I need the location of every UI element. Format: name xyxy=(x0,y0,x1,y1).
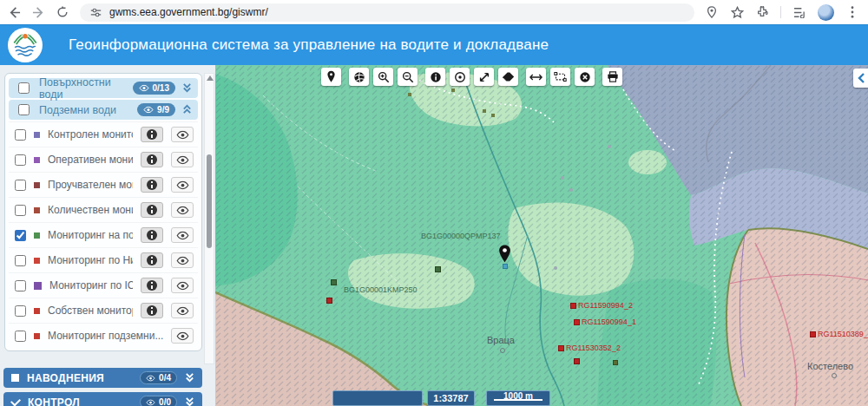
place-marker-button[interactable] xyxy=(321,68,341,86)
info-icon xyxy=(147,205,157,215)
map-label-station: RG11530352_2 xyxy=(558,344,621,352)
visibility-button[interactable] xyxy=(171,152,194,167)
layer-checkbox[interactable] xyxy=(15,180,26,191)
site-info-icon[interactable] xyxy=(89,5,102,19)
layer-symbol xyxy=(34,333,40,339)
layer-symbol xyxy=(34,132,40,138)
station-marker xyxy=(570,303,576,309)
url-bar[interactable]: gwms.eea.government.bg/giswmr/ xyxy=(80,3,694,22)
visibility-button[interactable] xyxy=(171,227,194,243)
map-point xyxy=(561,176,564,180)
layer-checkbox[interactable] xyxy=(15,205,26,216)
layer-checkbox[interactable] xyxy=(15,129,26,141)
visibility-button[interactable] xyxy=(171,303,194,318)
visibility-button[interactable] xyxy=(171,127,194,142)
clear-graphics-button[interactable] xyxy=(575,68,595,86)
group-groundwaters[interactable]: Подземни води 9/9 xyxy=(9,100,198,120)
check-icon[interactable] xyxy=(10,396,21,406)
profile-avatar[interactable] xyxy=(818,4,834,21)
collapse-panel-button[interactable] xyxy=(853,69,868,88)
group-label: Повърхностни води xyxy=(39,76,126,101)
info-button[interactable] xyxy=(141,177,163,193)
expand-extent-button[interactable] xyxy=(474,68,494,86)
eraser-button[interactable] xyxy=(498,68,518,86)
layer-row: Мониторинг по ICPDR xyxy=(9,272,198,298)
layer-checkbox[interactable] xyxy=(15,280,26,291)
info-button[interactable] xyxy=(141,252,163,268)
info-button[interactable] xyxy=(141,202,163,218)
visibility-button[interactable] xyxy=(171,177,194,193)
select-extent-button[interactable] xyxy=(550,68,570,86)
back-icon[interactable] xyxy=(7,5,21,19)
section-control[interactable]: КОНТРОЛ 0/0 xyxy=(3,392,202,406)
map-label-station: RG11510389_1 xyxy=(810,330,868,338)
layer-checkbox[interactable] xyxy=(15,230,26,241)
map-point xyxy=(435,266,441,272)
visibility-button[interactable] xyxy=(171,328,194,344)
group-checkbox[interactable] xyxy=(18,82,30,94)
layer-checkbox[interactable] xyxy=(15,154,26,166)
map-point xyxy=(331,279,337,285)
reload-icon[interactable] xyxy=(56,5,69,19)
layer-symbol xyxy=(34,232,40,239)
center-map-button[interactable] xyxy=(450,68,470,86)
map-canvas[interactable]: BG1G00000QPMP137 BG1G00001KMP250 RG11590… xyxy=(215,65,868,406)
menu-kebab-icon[interactable] xyxy=(845,5,859,19)
bookmark-star-icon[interactable] xyxy=(730,5,744,19)
scrollbar-thumb[interactable] xyxy=(207,154,212,248)
zoom-out-button[interactable] xyxy=(398,68,418,86)
visibility-button[interactable] xyxy=(171,202,194,218)
station-point xyxy=(503,264,508,269)
sidebar-scrollbar[interactable] xyxy=(204,73,214,364)
chevron-up-icon[interactable] xyxy=(182,104,192,115)
info-button[interactable] xyxy=(141,303,163,318)
layer-checkbox[interactable] xyxy=(15,305,26,317)
location-pin-icon[interactable] xyxy=(705,5,719,19)
url-text: gwms.eea.government.bg/giswmr/ xyxy=(109,6,268,18)
info-icon xyxy=(147,180,157,190)
chevron-down-icon[interactable] xyxy=(185,372,194,383)
forward-icon[interactable] xyxy=(31,5,45,19)
layer-row: Оперативен мониторинг xyxy=(9,147,198,172)
zoom-in-button[interactable] xyxy=(373,68,393,86)
extensions-icon[interactable] xyxy=(755,5,769,19)
map-label-groundwater-body: BG1G00001KMP250 xyxy=(344,285,418,294)
scalebar: 1000 m xyxy=(486,390,550,406)
basemap-globe-button[interactable] xyxy=(349,68,369,86)
scroll-up-arrow[interactable] xyxy=(207,75,214,81)
map-point xyxy=(574,358,580,364)
map-point xyxy=(569,188,573,192)
chevron-down-icon[interactable] xyxy=(182,82,192,94)
visibility-button[interactable] xyxy=(171,252,194,268)
group-checkbox[interactable] xyxy=(18,104,30,115)
map-point xyxy=(608,145,611,148)
scale-readout: 1:33787 xyxy=(427,390,475,406)
info-button[interactable] xyxy=(141,127,163,142)
visibility-button[interactable] xyxy=(171,278,194,293)
map-point xyxy=(326,298,332,304)
info-icon xyxy=(147,280,157,291)
info-button[interactable] xyxy=(141,152,163,167)
section-floods[interactable]: НАВОДНЕНИЯ 0/4 xyxy=(3,368,202,388)
checkbox-indeterminate-icon[interactable] xyxy=(11,374,19,382)
layer-symbol xyxy=(34,207,40,213)
layer-symbol xyxy=(34,182,40,188)
section-label: НАВОДНЕНИЯ xyxy=(27,372,132,384)
page-title: Геоинформационна система за управление н… xyxy=(69,36,549,54)
layer-checkbox[interactable] xyxy=(15,331,26,342)
identify-info-button[interactable] xyxy=(425,68,445,86)
layer-row: Проучвателен монито... xyxy=(9,172,198,197)
info-button[interactable] xyxy=(141,227,163,243)
layer-symbol xyxy=(34,282,42,290)
print-button[interactable] xyxy=(602,68,622,86)
info-icon xyxy=(147,255,157,265)
chevron-down-icon[interactable] xyxy=(185,396,194,406)
measure-distance-button[interactable] xyxy=(526,68,546,86)
map-point xyxy=(451,88,455,92)
layer-checkbox[interactable] xyxy=(15,255,26,266)
info-button[interactable] xyxy=(141,278,163,293)
tab-list-icon[interactable] xyxy=(792,5,806,19)
basemap-svg xyxy=(215,65,868,406)
layer-label: Мониторинг на подзе... xyxy=(48,229,133,241)
group-surface-waters[interactable]: Повърхностни води 0/13 xyxy=(9,78,198,98)
